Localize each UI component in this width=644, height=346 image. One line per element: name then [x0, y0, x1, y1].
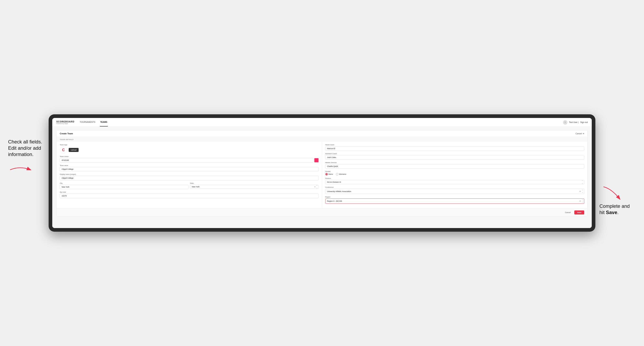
- nav-links: TOURNAMENTS TEAMS: [79, 118, 558, 127]
- division-select[interactable]: NCAA Division III: [325, 180, 584, 184]
- head-coach-group: Head Coach: [325, 144, 584, 151]
- team-name-group: Team name: [60, 165, 319, 172]
- division-label: Division: [325, 177, 584, 179]
- form-left-column: Team logo C Upload: [56, 142, 322, 208]
- conference-controls: ✕ ⌃⌄: [580, 190, 583, 193]
- nav-bar: SCOREBOARD Powered by clippd TOURNAMENTS…: [52, 118, 592, 127]
- region-group: Region Region II - (M) DIII ✕ ⌃⌄: [325, 196, 584, 204]
- logo-area: C Upload: [60, 146, 319, 154]
- right-annotation: Complete and hit Save.: [600, 185, 630, 215]
- form-footer: Cancel Save: [56, 208, 588, 216]
- color-field-wrapper: [60, 158, 319, 163]
- signout-link[interactable]: Sign out: [580, 121, 588, 123]
- display-name-label: Display name (unique): [60, 173, 319, 175]
- display-name-input[interactable]: [60, 176, 319, 180]
- zipcode-label: Zip code: [60, 191, 319, 193]
- team-logo-group: Team logo C Upload: [60, 144, 319, 154]
- section-label: TEAM DETAILS: [56, 137, 588, 142]
- nav-user-area: T Test User | Sign out: [563, 120, 588, 125]
- team-colour-label: Team colour: [60, 156, 319, 158]
- mens-radio-icon: [325, 173, 328, 175]
- gender-label: Gender: [325, 171, 584, 173]
- main-content: Create Team Cancel ✕ TEAM DETAILS: [52, 127, 592, 228]
- state-select-wrapper: New York ✕ ⌃⌄: [190, 185, 319, 189]
- nav-tournaments[interactable]: TOURNAMENTS: [79, 118, 96, 127]
- city-subgroup: City: [60, 182, 188, 189]
- athletic-director-label: Athletic Director: [325, 162, 584, 164]
- zipcode-input[interactable]: [60, 194, 319, 198]
- state-subgroup: State New York ✕ ⌃⌄: [190, 182, 319, 189]
- gender-row: Mens Womens: [325, 173, 584, 175]
- zipcode-group: Zip code: [60, 191, 319, 198]
- form-title: Create Team: [60, 132, 73, 135]
- city-input[interactable]: [60, 185, 188, 189]
- left-arrow-icon: [8, 164, 32, 176]
- team-name-input[interactable]: [60, 167, 319, 172]
- team-logo-label: Team logo: [60, 144, 319, 146]
- head-coach-input[interactable]: [325, 146, 584, 151]
- form-body: Team logo C Upload: [56, 142, 588, 208]
- conference-label: Conference: [325, 186, 584, 188]
- asst-coach-label: Assistant Coach: [325, 153, 584, 155]
- division-group: Division NCAA Division III ⌃⌄: [325, 177, 584, 184]
- logo-main-text: SCOREBOARD: [56, 121, 74, 123]
- team-name-label: Team name: [60, 165, 319, 166]
- womens-radio-icon: [336, 173, 338, 175]
- save-button[interactable]: Save: [574, 210, 584, 214]
- city-state-group: City State New York: [60, 182, 319, 189]
- display-name-group: Display name (unique): [60, 173, 319, 180]
- tablet-device: SCOREBOARD Powered by clippd TOURNAMENTS…: [48, 114, 596, 232]
- team-colour-group: Team colour: [60, 156, 319, 163]
- state-label: State: [190, 182, 319, 184]
- user-label: Test User |: [569, 121, 579, 123]
- conference-group: Conference University Athletic Associati…: [325, 186, 584, 194]
- gender-womens-option[interactable]: Womens: [336, 173, 346, 175]
- nav-teams[interactable]: TEAMS: [100, 118, 108, 127]
- conference-value: University Athletic Association: [327, 190, 351, 192]
- region-clear-icon[interactable]: ✕: [580, 200, 581, 202]
- conference-clear-icon[interactable]: ✕: [580, 191, 581, 192]
- logo-sub-text: Powered by clippd: [56, 123, 74, 124]
- color-swatch[interactable]: [314, 158, 319, 163]
- gender-mens-option[interactable]: Mens: [325, 173, 333, 175]
- athletic-director-input[interactable]: [325, 164, 584, 169]
- team-colour-input[interactable]: [60, 158, 314, 163]
- asst-coach-input[interactable]: [325, 155, 584, 160]
- form-header: Create Team Cancel ✕: [56, 130, 588, 137]
- cancel-x-button[interactable]: Cancel ✕: [576, 133, 584, 135]
- app-logo: SCOREBOARD Powered by clippd: [56, 121, 74, 124]
- form-right-column: Head Coach Assistant Coach: [322, 142, 588, 208]
- tablet-screen: SCOREBOARD Powered by clippd TOURNAMENTS…: [52, 118, 592, 228]
- state-chevron-icon: ⌃⌄: [316, 185, 318, 188]
- left-annotation: Check all fields. Edit and/or add inform…: [8, 139, 42, 177]
- city-state-row: City State New York: [60, 182, 319, 189]
- create-team-panel: Create Team Cancel ✕ TEAM DETAILS: [56, 130, 588, 217]
- cancel-button[interactable]: Cancel: [563, 210, 573, 214]
- region-select-wrapper[interactable]: Region II - (M) DIII ✕ ⌃⌄: [325, 198, 584, 204]
- conference-select-wrapper[interactable]: University Athletic Association ✕ ⌃⌄: [325, 189, 584, 194]
- asst-coach-group: Assistant Coach: [325, 153, 584, 160]
- upload-button[interactable]: Upload: [69, 148, 78, 152]
- region-value: Region II - (M) DIII: [327, 200, 342, 202]
- right-arrow-icon: [600, 185, 624, 201]
- logo-circle: C: [60, 146, 67, 154]
- gender-group: Gender Mens Womens: [325, 171, 584, 175]
- region-chevron-icon: ⌃⌄: [582, 199, 583, 203]
- athletic-director-group: Athletic Director: [325, 162, 584, 169]
- state-clear-icon[interactable]: ✕: [314, 186, 316, 188]
- avatar: T: [563, 120, 568, 125]
- close-icon: ✕: [582, 133, 584, 135]
- region-label: Region: [325, 196, 584, 198]
- conference-chevron-icon: ⌃⌄: [582, 190, 583, 193]
- state-value: New York: [192, 186, 200, 188]
- region-controls: ✕ ⌃⌄: [580, 199, 583, 203]
- state-controls: ✕ ⌃⌄: [314, 185, 318, 188]
- head-coach-label: Head Coach: [325, 144, 584, 146]
- division-select-wrapper: NCAA Division III ⌃⌄: [325, 180, 584, 184]
- city-label: City: [60, 182, 188, 184]
